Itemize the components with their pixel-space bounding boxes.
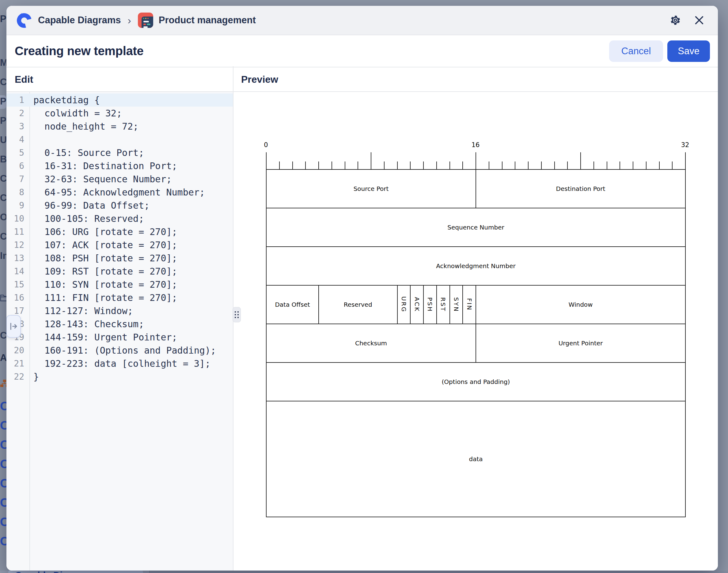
code-line-20[interactable]: 20 160-191: (Options and Padding);	[6, 344, 233, 357]
code-line-8[interactable]: 8 64-95: Acknowledgment Number;	[6, 186, 233, 199]
line-text: 107: ACK [rotate = 270];	[30, 239, 177, 252]
background-sidebar-item: Cl	[0, 76, 6, 90]
code-line-17[interactable]: 17 112-127: Window;	[6, 304, 233, 317]
ruler-label-16: 16	[472, 140, 480, 150]
background-sidebar-item: Pr	[0, 115, 6, 128]
cancel-button[interactable]: Cancel	[609, 41, 663, 62]
line-number: 2	[6, 107, 30, 120]
background-sidebar-item: Ul	[0, 134, 6, 147]
ruler-tick	[410, 161, 411, 169]
background-diagram-logo-icon: C	[0, 497, 6, 510]
code-line-5[interactable]: 5 0-15: Source Port;	[6, 146, 233, 159]
ruler-tick	[567, 161, 568, 169]
line-text: 96-99: Data Offset;	[30, 199, 150, 212]
code-line-19[interactable]: 19 144-159: Urgent Pointer;	[6, 331, 233, 344]
ruler-tick	[528, 161, 528, 169]
code-line-14[interactable]: 14 109: RST [rotate = 270];	[6, 265, 233, 278]
line-number: 14	[6, 265, 30, 278]
background-sidebar-item: Pr	[0, 95, 6, 109]
line-text: node_height = 72;	[30, 120, 139, 133]
line-number: 6	[6, 159, 30, 172]
diagram-preview: 01632 Source PortDestination PortSequenc…	[233, 92, 718, 571]
code-line-11[interactable]: 11 106: URG [rotate = 270];	[6, 225, 233, 239]
close-button[interactable]	[693, 14, 705, 26]
packet-field-ack: ACK	[410, 285, 423, 324]
packet-field-fin: FIN	[462, 285, 475, 324]
line-text	[30, 133, 34, 146]
line-text: 100-105: Reserved;	[30, 212, 144, 225]
code-line-15[interactable]: 15 110: SYN [rotate = 270];	[6, 278, 233, 291]
ruler-tick	[331, 161, 332, 169]
settings-button[interactable]	[670, 14, 681, 26]
line-number: 1	[6, 94, 30, 107]
ruler-tick	[475, 152, 476, 169]
background-sidebar-item: Cl	[0, 230, 6, 244]
line-text: 64-95: Acknowledgment Number;	[30, 186, 205, 199]
product-management-icon	[138, 12, 153, 28]
ruler-tick	[672, 161, 673, 169]
line-number: 11	[6, 225, 30, 239]
code-line-6[interactable]: 6 16-31: Destination Port;	[6, 159, 233, 172]
line-number: 20	[6, 344, 30, 357]
ruler-tick	[554, 161, 555, 169]
packet-field-data-offset: Data Offset	[266, 285, 318, 324]
code-line-21[interactable]: 21 192-223: data [colheight = 3];	[6, 357, 233, 370]
grip-dots-icon	[235, 311, 239, 318]
line-text: 16-31: Destination Port;	[30, 159, 177, 172]
code-line-18[interactable]: 18 128-143: Checksum;	[6, 317, 233, 331]
collapse-editor-button[interactable]	[6, 315, 21, 338]
code-line-3[interactable]: 3 node_height = 72;	[6, 120, 233, 133]
background-sidebar-item: Pr	[0, 13, 6, 27]
code-line-7[interactable]: 7 32-63: Sequence Number;	[6, 172, 233, 186]
packet-field-reserved: Reserved	[318, 285, 397, 324]
line-text: 32-63: Sequence Number;	[30, 172, 172, 186]
line-number: 5	[6, 146, 30, 159]
ruler-tick	[371, 152, 371, 169]
packet-field-data: data	[266, 401, 685, 517]
packet-field-syn: SYN	[450, 285, 463, 324]
code-line-9[interactable]: 9 96-99: Data Offset;	[6, 199, 233, 212]
code-line-22[interactable]: 22}	[6, 370, 233, 383]
ruler-tick	[607, 161, 607, 169]
code-line-2[interactable]: 2 colwidth = 32;	[6, 107, 233, 120]
diagram-grid: Source PortDestination PortSequence Numb…	[266, 169, 686, 517]
breadcrumb-app[interactable]: Capable Diagrams	[38, 15, 121, 26]
breadcrumb-current[interactable]: Product management	[159, 15, 256, 26]
line-text: 108: PSH [rotate = 270];	[30, 252, 177, 265]
line-text: 110: SYN [rotate = 270];	[30, 278, 177, 291]
gear-icon	[670, 15, 681, 26]
ruler-label-0: 0	[264, 140, 268, 150]
close-icon	[694, 15, 705, 25]
packet-field-destination-port: Destination Port	[475, 169, 685, 208]
ruler-tick	[423, 161, 424, 169]
line-number: 15	[6, 278, 30, 291]
dialog-breadcrumb-bar: Capable Diagrams › Product management	[6, 6, 718, 35]
pane-drag-handle[interactable]	[232, 307, 241, 322]
code-line-10[interactable]: 10 100-105: Reserved;	[6, 212, 233, 225]
code-line-4[interactable]: 4	[6, 133, 233, 146]
ruler-tick	[580, 152, 581, 169]
ruler-tick	[515, 161, 515, 169]
ruler-tick	[502, 161, 503, 169]
code-line-13[interactable]: 13 108: PSH [rotate = 270];	[6, 252, 233, 265]
create-template-dialog: Capable Diagrams › Product management	[6, 6, 718, 571]
ruler-tick	[397, 161, 398, 169]
packet-field--options-and-padding-: (Options and Padding)	[266, 362, 685, 401]
background-sidebar-item: M	[0, 57, 6, 70]
code-line-16[interactable]: 16 111: FIN [rotate = 270];	[6, 291, 233, 304]
ruler-tick	[292, 161, 293, 169]
ruler-tick	[266, 152, 267, 169]
background-diagram-logo-icon: C	[0, 477, 6, 490]
packet-field-sequence-number: Sequence Number	[266, 208, 685, 246]
background-diagram-logo-icon: C	[0, 516, 6, 529]
packet-field-psh: PSH	[423, 285, 436, 324]
packet-field-checksum: Checksum	[266, 324, 475, 362]
code-editor[interactable]: 1packetdiag {2 colwidth = 32;3 node_heig…	[6, 92, 233, 571]
line-number: 7	[6, 172, 30, 186]
code-line-1[interactable]: 1packetdiag {	[6, 94, 233, 107]
save-button[interactable]: Save	[667, 41, 710, 62]
expand-right-icon	[9, 322, 18, 331]
ruler-tick	[659, 161, 660, 169]
code-line-12[interactable]: 12 107: ACK [rotate = 270];	[6, 239, 233, 252]
line-text: 160-191: (Options and Padding);	[30, 344, 216, 357]
